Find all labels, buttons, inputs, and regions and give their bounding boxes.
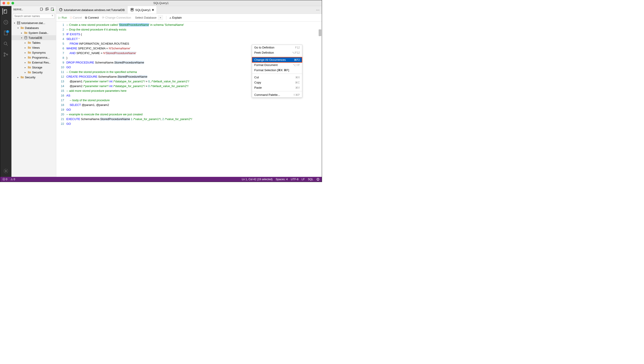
window-minimize-button[interactable] (7, 2, 10, 5)
svg-point-12 (53, 10, 54, 11)
menu-separator (252, 74, 302, 74)
dirty-indicator (152, 9, 154, 11)
tree-synonyms[interactable]: ▸Synonyms (12, 50, 56, 55)
editor-toolbar: ▷Run □Cancel ⧉Connect ⟳Change Connection… (56, 14, 322, 22)
context-menu: Go to DefinitionF12 Peek Definition⌥F12 … (252, 45, 302, 98)
servers-icon[interactable] (2, 8, 9, 15)
svg-point-6 (7, 54, 8, 55)
stop-icon: □ (70, 16, 72, 19)
svg-rect-18 (131, 10, 133, 11)
search-servers-input[interactable] (13, 14, 55, 19)
database-select[interactable]: Select Database▾ (135, 15, 163, 20)
explain-button[interactable]: ஃExplain (166, 16, 182, 20)
explain-icon: ஃ (170, 16, 171, 20)
tree-storage[interactable]: ▸Storage (12, 65, 56, 70)
connect-icon: ⧉ (85, 16, 87, 20)
play-icon: ▷ (58, 16, 61, 19)
svg-rect-13 (17, 22, 20, 23)
svg-point-3 (4, 42, 7, 45)
menu-format-document[interactable]: Format Document⌥⇧F (252, 62, 302, 68)
svg-point-20 (318, 179, 318, 179)
change-connection-icon: ⟳ (102, 16, 104, 19)
svg-point-4 (4, 53, 5, 54)
svg-point-7 (5, 170, 6, 172)
tree-views[interactable]: ▸Views (12, 45, 56, 50)
feedback-icon[interactable] (316, 178, 320, 181)
main-area: tutorialserver.database.windows.net:Tuto… (56, 6, 322, 177)
status-spaces[interactable]: Spaces: 4 (276, 178, 288, 181)
vertical-scrollbar[interactable] (319, 30, 321, 36)
connect-button[interactable]: ⧉Connect (85, 16, 99, 20)
search-icon[interactable] (3, 41, 9, 47)
menu-copy[interactable]: Copy⌘C (252, 80, 302, 85)
status-errors[interactable]: ⓧ0 (2, 178, 8, 181)
error-icon: ⓧ (2, 178, 5, 181)
tree-tutorialdb[interactable]: ▾TutorialDB (12, 35, 56, 40)
history-icon[interactable] (3, 19, 9, 25)
menu-command-palette[interactable]: Command Palette...⇧⌘P (252, 92, 302, 97)
new-group-icon[interactable] (45, 8, 49, 12)
status-warnings[interactable]: ⚠0 (10, 178, 15, 181)
tree-tables[interactable]: ▸Tables (12, 40, 56, 45)
status-ln-col[interactable]: Ln 1, Col 42 (19 selected) (242, 178, 272, 181)
status-encoding[interactable]: UTF-8 (291, 178, 298, 181)
sidebar-title: SERVE.. (13, 8, 23, 11)
tab-bar: tutorialserver.database.windows.net:Tuto… (56, 6, 322, 14)
menu-peek-definition[interactable]: Peek Definition⌥F12 (252, 50, 302, 55)
source-control-icon[interactable] (3, 51, 9, 58)
explorer-badge: 1 (6, 30, 9, 33)
tab-dashboard[interactable]: tutorialserver.database.windows.net:Tuto… (56, 6, 128, 14)
status-bar: ⓧ0 ⚠0 Ln 1, Col 42 (19 selected) Spaces:… (0, 177, 322, 182)
svg-rect-1 (4, 10, 5, 11)
titlebar: SQLQuery1 (0, 0, 322, 6)
window-close-button[interactable] (2, 2, 5, 5)
cancel-button: □Cancel (70, 16, 82, 19)
window-maximize-button[interactable] (12, 2, 14, 5)
tree-system-databases[interactable]: ▸System Datab.. (12, 30, 56, 35)
warning-icon: ⚠ (10, 178, 13, 181)
menu-change-all-occurrences[interactable]: Change All Occurrences⌘F2 (252, 57, 302, 62)
svg-rect-17 (131, 8, 133, 9)
tree-server[interactable]: ▾tutorialserver.dat... (12, 21, 56, 25)
status-eol[interactable]: LF (302, 178, 305, 181)
sql-file-icon (130, 8, 134, 12)
svg-point-21 (318, 179, 318, 179)
menu-separator (252, 91, 302, 91)
activity-bar: 1 (0, 6, 12, 177)
svg-point-5 (4, 56, 5, 57)
tree-security[interactable]: ▸Security (12, 75, 56, 80)
menu-format-selection[interactable]: Format Selection [⌘K ⌘F] (252, 68, 302, 73)
code-editor[interactable]: 12345678910111213141516171819202122 -- C… (56, 22, 322, 177)
window-title: SQLQuery1 (154, 1, 169, 5)
tree-external-resources[interactable]: ▸External Res.. (12, 60, 56, 65)
tree-programmability[interactable]: ▸Programma... (12, 55, 56, 60)
svg-point-15 (25, 36, 27, 37)
menu-cut[interactable]: Cut⌘X (252, 75, 302, 80)
status-language[interactable]: SQL (308, 178, 313, 181)
change-connection-button: ⟳Change Connection (102, 16, 131, 19)
tree-db-security[interactable]: ▸Security (12, 70, 56, 75)
tab-sqlquery1[interactable]: SQLQuery1 (128, 6, 157, 14)
line-gutter: 12345678910111213141516171819202122 (56, 22, 66, 177)
collapse-icon[interactable] (51, 8, 54, 12)
clear-search-icon[interactable]: × (52, 14, 53, 17)
sidebar: SERVE.. × ▾tutorialserver.dat... ▾Databa… (12, 6, 56, 177)
menu-paste[interactable]: Paste⌘V (252, 85, 302, 90)
dashboard-icon (59, 8, 62, 12)
svg-point-19 (317, 178, 319, 181)
server-tree: ▾tutorialserver.dat... ▾Databases ▸Syste… (12, 20, 56, 177)
settings-icon[interactable] (3, 168, 9, 174)
tab-more-icon[interactable]: ⋯ (314, 6, 322, 14)
menu-goto-definition[interactable]: Go to DefinitionF12 (252, 45, 302, 50)
run-button[interactable]: ▷Run (58, 16, 67, 19)
svg-rect-14 (17, 23, 20, 24)
chevron-down-icon: ▾ (158, 15, 163, 20)
tree-databases[interactable]: ▾Databases (12, 25, 56, 30)
menu-separator (252, 56, 302, 56)
new-connection-icon[interactable] (40, 8, 44, 12)
